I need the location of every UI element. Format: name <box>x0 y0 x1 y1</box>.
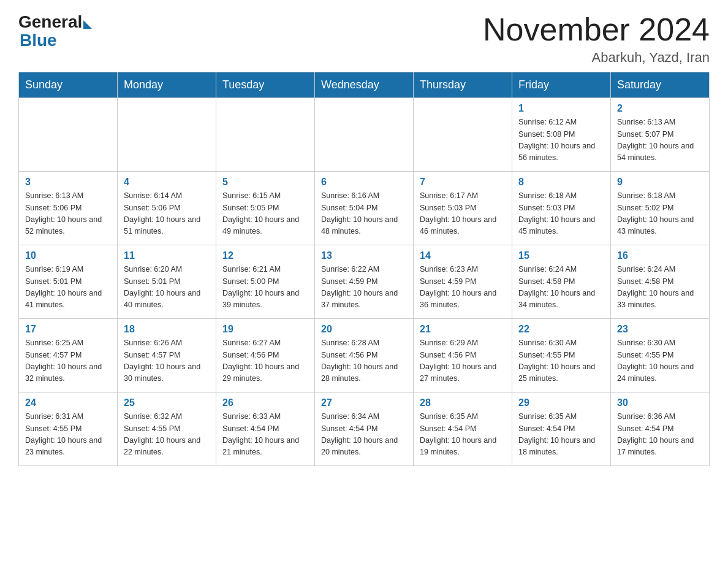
day-info: Sunrise: 6:34 AMSunset: 4:54 PMDaylight:… <box>321 411 407 459</box>
day-info: Sunrise: 6:30 AMSunset: 4:55 PMDaylight:… <box>518 337 604 385</box>
calendar-cell <box>414 98 512 172</box>
day-number: 8 <box>518 177 604 188</box>
day-number: 24 <box>25 397 111 408</box>
calendar-cell: 4Sunrise: 6:14 AMSunset: 5:06 PMDaylight… <box>118 172 216 245</box>
day-info: Sunrise: 6:30 AMSunset: 4:55 PMDaylight:… <box>617 337 703 385</box>
week-row-4: 17Sunrise: 6:25 AMSunset: 4:57 PMDayligh… <box>19 319 710 393</box>
calendar-cell: 23Sunrise: 6:30 AMSunset: 4:55 PMDayligh… <box>611 319 710 393</box>
day-number: 2 <box>617 103 703 114</box>
calendar-cell: 17Sunrise: 6:25 AMSunset: 4:57 PMDayligh… <box>19 319 118 393</box>
weekday-header-wednesday: Wednesday <box>315 72 414 98</box>
day-info: Sunrise: 6:24 AMSunset: 4:58 PMDaylight:… <box>617 264 703 312</box>
day-info: Sunrise: 6:27 AMSunset: 4:56 PMDaylight:… <box>222 337 308 385</box>
day-info: Sunrise: 6:20 AMSunset: 5:01 PMDaylight:… <box>124 264 210 312</box>
logo: General Blue <box>18 12 92 50</box>
day-info: Sunrise: 6:33 AMSunset: 4:54 PMDaylight:… <box>222 411 308 459</box>
day-info: Sunrise: 6:19 AMSunset: 5:01 PMDaylight:… <box>25 264 111 312</box>
calendar-cell: 14Sunrise: 6:23 AMSunset: 4:59 PMDayligh… <box>414 245 512 319</box>
calendar-table: SundayMondayTuesdayWednesdayThursdayFrid… <box>18 72 710 466</box>
day-info: Sunrise: 6:25 AMSunset: 4:57 PMDaylight:… <box>25 337 111 385</box>
day-info: Sunrise: 6:16 AMSunset: 5:04 PMDaylight:… <box>321 190 407 238</box>
day-number: 3 <box>25 177 111 188</box>
day-info: Sunrise: 6:14 AMSunset: 5:06 PMDaylight:… <box>124 190 210 238</box>
day-info: Sunrise: 6:18 AMSunset: 5:02 PMDaylight:… <box>617 190 703 238</box>
month-title: November 2024 <box>483 12 710 47</box>
calendar-cell: 28Sunrise: 6:35 AMSunset: 4:54 PMDayligh… <box>414 393 512 466</box>
day-info: Sunrise: 6:36 AMSunset: 4:54 PMDaylight:… <box>617 411 703 459</box>
day-number: 16 <box>617 250 703 261</box>
day-info: Sunrise: 6:21 AMSunset: 5:00 PMDaylight:… <box>222 264 308 312</box>
title-section: November 2024 Abarkuh, Yazd, Iran <box>483 12 710 66</box>
calendar-cell <box>315 98 414 172</box>
day-number: 14 <box>420 250 506 261</box>
calendar-cell: 24Sunrise: 6:31 AMSunset: 4:55 PMDayligh… <box>19 393 118 466</box>
day-info: Sunrise: 6:28 AMSunset: 4:56 PMDaylight:… <box>321 337 407 385</box>
day-number: 29 <box>518 397 604 408</box>
day-info: Sunrise: 6:29 AMSunset: 4:56 PMDaylight:… <box>420 337 506 385</box>
day-info: Sunrise: 6:32 AMSunset: 4:55 PMDaylight:… <box>124 411 210 459</box>
calendar-cell: 7Sunrise: 6:17 AMSunset: 5:03 PMDaylight… <box>414 172 512 245</box>
day-info: Sunrise: 6:13 AMSunset: 5:06 PMDaylight:… <box>25 190 111 238</box>
calendar-cell: 9Sunrise: 6:18 AMSunset: 5:02 PMDaylight… <box>611 172 710 245</box>
calendar-cell: 13Sunrise: 6:22 AMSunset: 4:59 PMDayligh… <box>315 245 414 319</box>
day-number: 26 <box>222 397 308 408</box>
day-info: Sunrise: 6:35 AMSunset: 4:54 PMDaylight:… <box>420 411 506 459</box>
day-number: 5 <box>222 177 308 188</box>
day-number: 11 <box>124 250 210 261</box>
weekday-header-friday: Friday <box>512 72 611 98</box>
weekday-header-row: SundayMondayTuesdayWednesdayThursdayFrid… <box>19 72 710 98</box>
calendar-cell: 16Sunrise: 6:24 AMSunset: 4:58 PMDayligh… <box>611 245 710 319</box>
calendar-cell: 29Sunrise: 6:35 AMSunset: 4:54 PMDayligh… <box>512 393 611 466</box>
day-info: Sunrise: 6:26 AMSunset: 4:57 PMDaylight:… <box>124 337 210 385</box>
day-number: 6 <box>321 177 407 188</box>
calendar-cell: 30Sunrise: 6:36 AMSunset: 4:54 PMDayligh… <box>611 393 710 466</box>
day-number: 22 <box>518 324 604 335</box>
week-row-5: 24Sunrise: 6:31 AMSunset: 4:55 PMDayligh… <box>19 393 710 466</box>
calendar-cell: 8Sunrise: 6:18 AMSunset: 5:03 PMDaylight… <box>512 172 611 245</box>
day-info: Sunrise: 6:18 AMSunset: 5:03 PMDaylight:… <box>518 190 604 238</box>
calendar-cell: 5Sunrise: 6:15 AMSunset: 5:05 PMDaylight… <box>216 172 315 245</box>
day-number: 4 <box>124 177 210 188</box>
day-info: Sunrise: 6:13 AMSunset: 5:07 PMDaylight:… <box>617 117 703 164</box>
calendar-cell <box>118 98 216 172</box>
calendar-cell: 25Sunrise: 6:32 AMSunset: 4:55 PMDayligh… <box>118 393 216 466</box>
day-info: Sunrise: 6:24 AMSunset: 4:58 PMDaylight:… <box>518 264 604 312</box>
calendar-cell: 21Sunrise: 6:29 AMSunset: 4:56 PMDayligh… <box>414 319 512 393</box>
day-info: Sunrise: 6:31 AMSunset: 4:55 PMDaylight:… <box>25 411 111 459</box>
calendar-cell: 6Sunrise: 6:16 AMSunset: 5:04 PMDaylight… <box>315 172 414 245</box>
day-number: 18 <box>124 324 210 335</box>
day-number: 23 <box>617 324 703 335</box>
day-info: Sunrise: 6:17 AMSunset: 5:03 PMDaylight:… <box>420 190 506 238</box>
day-number: 25 <box>124 397 210 408</box>
location-label: Abarkuh, Yazd, Iran <box>483 50 710 66</box>
calendar-cell: 1Sunrise: 6:12 AMSunset: 5:08 PMDaylight… <box>512 98 611 172</box>
calendar-cell: 10Sunrise: 6:19 AMSunset: 5:01 PMDayligh… <box>19 245 118 319</box>
calendar-cell: 15Sunrise: 6:24 AMSunset: 4:58 PMDayligh… <box>512 245 611 319</box>
calendar-cell <box>216 98 315 172</box>
page-header: General Blue November 2024 Abarkuh, Yazd… <box>18 12 710 66</box>
calendar-cell <box>19 98 118 172</box>
calendar-cell: 2Sunrise: 6:13 AMSunset: 5:07 PMDaylight… <box>611 98 710 172</box>
day-number: 9 <box>617 177 703 188</box>
day-number: 27 <box>321 397 407 408</box>
logo-blue-text: Blue <box>20 31 57 50</box>
logo-arrow-icon <box>83 20 92 29</box>
calendar-cell: 12Sunrise: 6:21 AMSunset: 5:00 PMDayligh… <box>216 245 315 319</box>
weekday-header-saturday: Saturday <box>611 72 710 98</box>
day-number: 12 <box>222 250 308 261</box>
day-number: 20 <box>321 324 407 335</box>
day-number: 30 <box>617 397 703 408</box>
day-number: 13 <box>321 250 407 261</box>
day-number: 19 <box>222 324 308 335</box>
calendar-cell: 19Sunrise: 6:27 AMSunset: 4:56 PMDayligh… <box>216 319 315 393</box>
day-number: 10 <box>25 250 111 261</box>
calendar-cell: 3Sunrise: 6:13 AMSunset: 5:06 PMDaylight… <box>19 172 118 245</box>
day-number: 17 <box>25 324 111 335</box>
calendar-cell: 11Sunrise: 6:20 AMSunset: 5:01 PMDayligh… <box>118 245 216 319</box>
day-number: 7 <box>420 177 506 188</box>
weekday-header-tuesday: Tuesday <box>216 72 315 98</box>
day-number: 15 <box>518 250 604 261</box>
day-info: Sunrise: 6:35 AMSunset: 4:54 PMDaylight:… <box>518 411 604 459</box>
weekday-header-monday: Monday <box>118 72 216 98</box>
weekday-header-thursday: Thursday <box>414 72 512 98</box>
